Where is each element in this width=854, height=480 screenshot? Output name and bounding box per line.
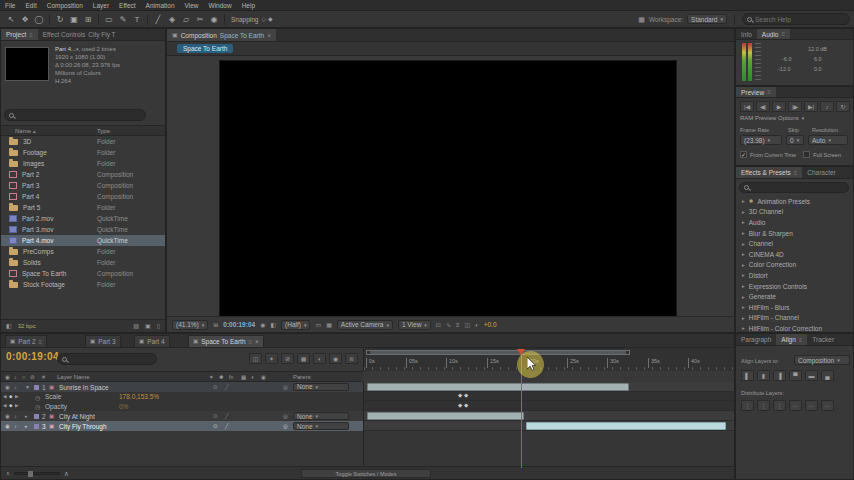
camera-select[interactable]: Active Camera ▾ xyxy=(337,320,393,330)
stopwatch-icon[interactable]: ◷ xyxy=(35,403,40,410)
prev-keyframe-icon[interactable]: ◀ xyxy=(3,403,6,408)
parent-select[interactable]: None▾ xyxy=(293,383,349,391)
pickwhip-icon[interactable]: ◎ xyxy=(283,423,288,429)
interpret-footage-icon[interactable]: ◧ xyxy=(6,323,12,329)
project-item[interactable]: Part 2.movQuickTime xyxy=(1,213,165,224)
timeline-zoom-slider[interactable] xyxy=(14,472,60,475)
tab-project[interactable]: Project ≡ xyxy=(1,29,38,40)
distribute-top-icon[interactable]: ⋮ xyxy=(741,400,754,411)
tab-effect-controls[interactable]: Effect Controls City Fly T xyxy=(38,29,121,40)
switch-dot-icon[interactable]: ⊙ xyxy=(213,423,218,429)
twirl-closed-icon[interactable]: ▸ xyxy=(25,423,28,429)
work-area-bar[interactable] xyxy=(366,350,630,355)
keyframe-icon[interactable]: ◆ xyxy=(458,393,462,399)
effects-category[interactable]: ▸HitFilm - Channel xyxy=(736,313,853,324)
snap-to-features-icon[interactable]: ◆ xyxy=(268,16,273,22)
timeline-tab-part3[interactable]: ▣Part 3 xyxy=(85,335,121,347)
timeline-tab-part2[interactable]: ▣Part 2≡ xyxy=(5,335,47,347)
effects-category[interactable]: ▸CINEMA 4D xyxy=(736,249,853,260)
column-type[interactable]: Type xyxy=(97,128,110,134)
effects-category[interactable]: ▸Color Correction xyxy=(736,260,853,271)
ram-preview-options[interactable]: RAM Preview Options ▾ xyxy=(740,115,804,121)
tab-character[interactable]: Character xyxy=(802,167,841,178)
project-item[interactable]: Part 4Composition xyxy=(1,191,165,202)
effects-category[interactable]: ▸✱Animation Presets xyxy=(736,196,853,207)
menu-layer[interactable]: Layer xyxy=(88,2,114,9)
magnification-select[interactable]: (41.1%) ▾ xyxy=(172,320,208,330)
keyframe-icon[interactable]: ◆ xyxy=(464,393,468,399)
twirl-closed-icon[interactable]: ▸ xyxy=(25,413,28,419)
time-ruler[interactable]: 0s 05s 10s 15s 20s 25s 30s 35s 40s xyxy=(363,348,734,371)
toggle-switches-modes-button[interactable]: Toggle Switches / Modes xyxy=(301,469,431,478)
tab-audio[interactable]: Audio ≡ xyxy=(757,29,790,39)
project-item[interactable]: FootageFolder xyxy=(1,147,165,158)
property-row-scale[interactable]: ◀ ◆ ▶ ◷ Scale 178.0,153.5% xyxy=(1,392,363,401)
keyframe-icon[interactable]: ◆ xyxy=(464,403,468,409)
workspace-select[interactable]: Standard ▾ xyxy=(687,14,727,24)
audio-toggle-button[interactable]: ♪ xyxy=(820,101,834,112)
project-item[interactable]: SolidsFolder xyxy=(1,257,165,268)
panel-menu-icon[interactable]: ≡ xyxy=(799,337,803,343)
quality-switch-icon[interactable]: ╱ xyxy=(225,423,228,429)
pen-tool-icon[interactable]: ✎ xyxy=(116,13,130,26)
twirl-open-icon[interactable]: ▼ xyxy=(25,384,30,390)
pickwhip-icon[interactable]: ◎ xyxy=(283,384,288,390)
frame-blending-icon[interactable]: ▦ xyxy=(297,353,310,364)
align-bottom-icon[interactable]: ▄ xyxy=(821,370,834,381)
type-tool-icon[interactable]: T xyxy=(130,13,144,26)
video-switch-icon[interactable]: ◉ xyxy=(5,413,10,419)
timeline-tab-space-to-earth[interactable]: ▣Space To Earth≡× xyxy=(188,335,264,347)
comp-breadcrumb[interactable]: Space To Earth xyxy=(177,44,233,53)
composition-viewport[interactable] xyxy=(219,60,677,318)
show-channel-icon[interactable]: ◧ xyxy=(270,322,276,328)
align-right-icon[interactable]: ▐ xyxy=(773,370,786,381)
audio-header-icon[interactable]: ♪ xyxy=(14,374,17,380)
parent-select[interactable]: None▾ xyxy=(293,412,349,420)
snap-to-edges-icon[interactable]: ◇ xyxy=(261,16,266,22)
comp-mini-flowchart-icon[interactable]: ◫ xyxy=(249,353,262,364)
layer-bar-city-fly-through-selected[interactable] xyxy=(526,422,726,430)
quality-switch-icon[interactable]: ╱ xyxy=(225,413,228,419)
tab-preview[interactable]: Preview ≡ xyxy=(736,87,776,97)
distribute-left-icon[interactable]: ⋯ xyxy=(789,400,802,411)
effects-category[interactable]: ▸Channel xyxy=(736,238,853,249)
layer-bar-city-at-night[interactable] xyxy=(367,412,524,420)
project-search-input[interactable] xyxy=(17,112,141,119)
clone-stamp-tool-icon[interactable]: ◈ xyxy=(165,13,179,26)
collapse-header-icon[interactable]: ✱ xyxy=(219,374,224,380)
layer-row-city-fly-through-selected[interactable]: ◉ ♪ ▸ 3 ▣ City Fly Through ⊙ ╱ ◎ None▾ xyxy=(1,421,363,431)
auto-keyframe-icon[interactable]: ◉ xyxy=(329,353,342,364)
first-frame-button[interactable]: |◀ xyxy=(740,101,754,112)
panel-menu-icon[interactable]: ≡ xyxy=(794,170,798,176)
keyframe-icon[interactable]: ◆ xyxy=(458,403,462,409)
timeline-button-icon[interactable]: ≡ xyxy=(456,322,460,328)
distribute-bottom-icon[interactable]: ⋮ xyxy=(773,400,786,411)
project-item[interactable]: ImagesFolder xyxy=(1,158,165,169)
close-icon[interactable]: × xyxy=(255,338,259,345)
layer-bar-sunrise-in-space[interactable] xyxy=(367,383,629,391)
tab-paragraph[interactable]: Paragraph xyxy=(736,334,776,345)
solo-header-icon[interactable]: ○ xyxy=(22,374,25,380)
graph-editor-icon[interactable]: ≋ xyxy=(345,353,358,364)
add-keyframe-icon[interactable]: ◆ xyxy=(9,394,12,399)
project-bpc-label[interactable]: 32 bpc xyxy=(18,323,36,329)
project-item[interactable]: Stock FootageFolder xyxy=(1,279,165,290)
audio-switch-icon[interactable]: ♪ xyxy=(14,423,17,429)
hand-tool-icon[interactable]: ❖ xyxy=(18,13,32,26)
tab-align[interactable]: Align≡ xyxy=(776,334,807,345)
effects-category[interactable]: ▸Blur & Sharpen xyxy=(736,228,853,239)
effects-search-input[interactable] xyxy=(752,184,844,191)
effects-category[interactable]: ▸HitFilm - Color Correction xyxy=(736,323,853,332)
view-layout-select[interactable]: 1 View ▾ xyxy=(398,320,431,330)
exposure-value[interactable]: +0.0 xyxy=(484,321,497,328)
effects-category[interactable]: ▸3D Channel xyxy=(736,207,853,218)
add-keyframe-icon[interactable]: ◆ xyxy=(9,403,12,408)
help-search-input[interactable] xyxy=(755,16,845,23)
audio-switch-icon[interactable]: ♪ xyxy=(14,384,17,390)
property-value[interactable]: 178.0,153.5% xyxy=(119,393,159,400)
zoom-tool-icon[interactable]: ◯ xyxy=(32,13,46,26)
effects-header-icon[interactable]: fx xyxy=(229,374,233,380)
panel-menu-icon[interactable]: ≡ xyxy=(781,31,785,37)
motion-blur-header-icon[interactable]: ◐ xyxy=(251,374,254,380)
region-of-interest-icon[interactable]: ▭ xyxy=(315,322,321,328)
